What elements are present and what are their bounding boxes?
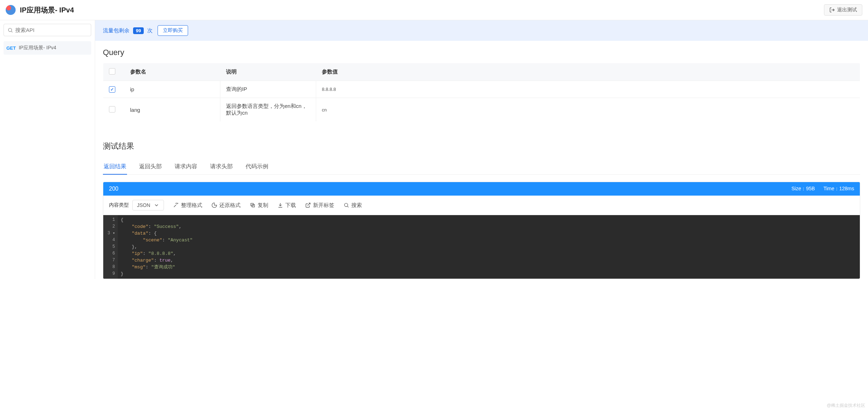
search-icon — [344, 202, 349, 208]
chevron-down-icon — [154, 202, 159, 208]
format-button[interactable]: 整理格式 — [173, 202, 202, 209]
svg-point-3 — [345, 203, 348, 207]
response-time: Time：128ms — [823, 186, 854, 192]
sidebar-item-ip-scene[interactable]: GET IP应用场景- IPv4 — [4, 41, 91, 55]
search-api-input[interactable] — [15, 27, 87, 33]
restore-icon — [211, 202, 217, 208]
copy-icon — [250, 202, 256, 208]
response-code-block[interactable]: 123 ▾456789 { "code": "Success", "data":… — [103, 215, 860, 279]
col-header-value: 参数值 — [316, 63, 860, 81]
exit-icon — [829, 7, 835, 13]
traffic-banner: 流量包剩余 99 次 立即购买 — [95, 20, 868, 41]
copy-button[interactable]: 复制 — [250, 202, 268, 209]
param-desc: 返回参数语言类型，分为en和cn，默认为cn — [220, 98, 316, 122]
tab-request-body[interactable]: 请求内容 — [174, 159, 198, 174]
tab-request-headers[interactable]: 请求头部 — [209, 159, 234, 174]
download-button[interactable]: 下载 — [278, 202, 296, 209]
download-icon — [278, 202, 283, 208]
tab-response-body[interactable]: 返回结果 — [103, 159, 127, 175]
exit-test-button[interactable]: 退出测试 — [824, 4, 862, 16]
param-name: ip — [125, 81, 220, 98]
banner-suffix: 次 — [147, 27, 153, 34]
content-type-value: JSON — [137, 202, 150, 208]
status-bar: 200 Size：95B Time：128ms — [103, 182, 860, 196]
http-method-tag: GET — [6, 45, 16, 51]
buy-now-button[interactable]: 立即购买 — [158, 25, 188, 36]
restore-button[interactable]: 还原格式 — [211, 202, 241, 209]
response-size: Size：95B — [791, 186, 815, 192]
sidebar-item-label: IP应用场景- IPv4 — [19, 45, 56, 51]
new-tab-button[interactable]: 新开标签 — [305, 202, 334, 209]
col-header-desc: 说明 — [220, 63, 316, 81]
traffic-count-badge: 99 — [133, 27, 144, 34]
param-desc: 查询的IP — [220, 81, 316, 98]
banner-prefix: 流量包剩余 — [103, 27, 130, 34]
search-result-button[interactable]: 搜索 — [344, 202, 362, 209]
logo-icon — [6, 5, 16, 15]
page-title: IP应用场景- IPv4 — [20, 5, 74, 15]
query-section-title: Query — [103, 48, 860, 57]
exit-label: 退出测试 — [837, 7, 857, 13]
table-row: ip 查询的IP 8.8.8.8 — [103, 81, 860, 98]
row-checkbox[interactable] — [109, 106, 115, 113]
content-type-select[interactable]: JSON — [132, 200, 164, 211]
content-type-label: 内容类型 — [109, 202, 129, 208]
table-row: lang 返回参数语言类型，分为en和cn，默认为cn cn — [103, 98, 860, 122]
param-value[interactable]: 8.8.8.8 — [316, 81, 860, 98]
result-tabs: 返回结果 返回头部 请求内容 请求头部 代码示例 — [103, 159, 860, 175]
row-checkbox[interactable] — [109, 86, 115, 93]
search-api-wrap[interactable] — [4, 24, 91, 36]
wand-icon — [173, 202, 179, 208]
col-header-name: 参数名 — [125, 63, 220, 81]
param-value[interactable]: cn — [316, 98, 860, 122]
code-content: { "code": "Success", "data": { "scene": … — [118, 215, 860, 279]
line-gutter: 123 ▾456789 — [103, 215, 118, 279]
param-name: lang — [125, 98, 220, 122]
tab-code-sample[interactable]: 代码示例 — [245, 159, 269, 174]
select-all-checkbox[interactable] — [109, 68, 115, 75]
status-code: 200 — [109, 186, 119, 192]
search-icon — [7, 27, 13, 33]
svg-point-0 — [9, 28, 12, 31]
query-params-table: 参数名 说明 参数值 ip 查询的IP 8.8.8.8 lang — [103, 63, 860, 122]
result-section-title: 测试结果 — [103, 141, 860, 152]
tab-response-headers[interactable]: 返回头部 — [138, 159, 163, 174]
external-link-icon — [305, 202, 311, 208]
